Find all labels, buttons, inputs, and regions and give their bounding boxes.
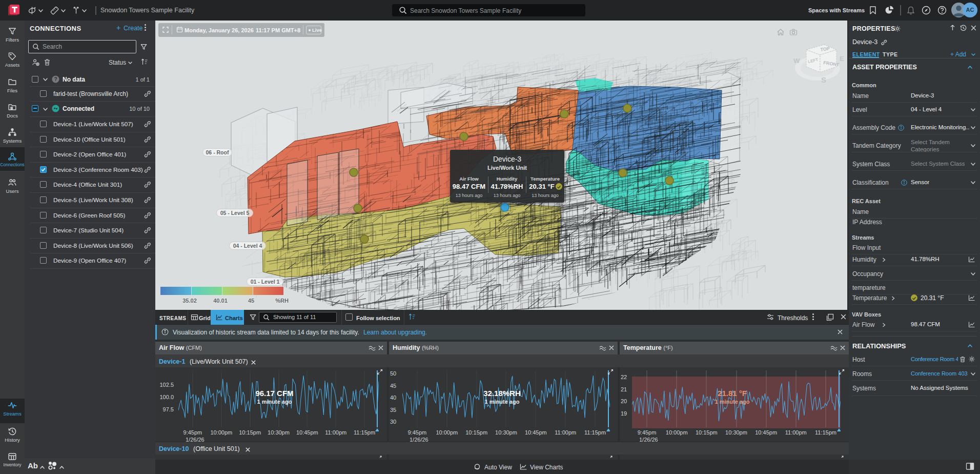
svg-text:E: E [840,55,844,63]
svg-text:S: S [821,75,826,84]
svg-text:?: ? [54,76,57,82]
svg-text:W: W [793,57,800,65]
